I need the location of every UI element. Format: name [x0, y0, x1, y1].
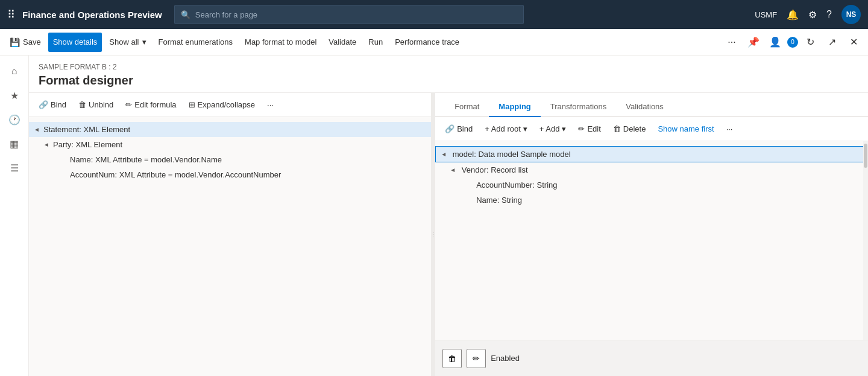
- left-tree: ◄ Statement: XML Element ◄ Party: XML El…: [29, 117, 431, 376]
- status-label: Enabled: [491, 354, 520, 363]
- save-icon: 💾: [10, 37, 20, 47]
- pencil-icon: ✏: [125, 100, 132, 109]
- search-placeholder: Search for a page: [195, 10, 257, 19]
- page-title: Format designer: [39, 74, 858, 88]
- mapping-item-accountnumber[interactable]: AccountNumber: String: [435, 177, 868, 193]
- expand-collapse-button[interactable]: ⊞ Expand/collapse: [184, 97, 260, 113]
- chevron-down-icon: ▾: [523, 124, 527, 133]
- refresh-icon[interactable]: ↻: [800, 33, 820, 52]
- left-sidebar: ⌂ ★ 🕐 ▦ ☰: [0, 56, 29, 376]
- expand-icon: ⊞: [189, 100, 195, 109]
- link-icon: 🔗: [445, 124, 454, 133]
- add-root-button[interactable]: + Add root ▾: [480, 121, 532, 138]
- tabs-bar: Format Mapping Transformations Validatio…: [435, 93, 868, 117]
- unbind-button[interactable]: 🗑 Unbind: [74, 97, 118, 113]
- personalize-icon[interactable]: 👤: [766, 33, 785, 52]
- save-button[interactable]: 💾 Save: [5, 33, 46, 52]
- scrollbar[interactable]: [863, 141, 868, 340]
- tab-mapping[interactable]: Mapping: [489, 102, 540, 117]
- sidebar-item-list[interactable]: ☰: [4, 157, 25, 179]
- close-icon[interactable]: ✕: [844, 33, 863, 52]
- mapping-item-model[interactable]: ◄ model: Data model Sample model: [435, 146, 868, 162]
- add-button[interactable]: + Add ▾: [535, 121, 571, 138]
- delete-button[interactable]: 🗑 Delete: [608, 121, 651, 138]
- left-panel: 🔗 Bind 🗑 Unbind ✏ Edit formula ⊞ Expand/…: [29, 93, 432, 376]
- notification-badge[interactable]: 0: [787, 37, 798, 48]
- trash-icon: 🗑: [613, 124, 621, 133]
- show-all-button[interactable]: Show all ▾: [104, 33, 151, 52]
- command-bar: 💾 Save Show details Show all ▾ Format en…: [0, 29, 868, 56]
- mapping-more-button[interactable]: ···: [722, 121, 738, 138]
- help-icon[interactable]: ?: [826, 9, 832, 20]
- tree-item-name[interactable]: Name: XML Attribute = model.Vendor.Name: [29, 152, 431, 167]
- link-icon: 🔗: [39, 100, 48, 109]
- edit-formula-button[interactable]: ✏ Edit formula: [121, 97, 181, 113]
- chevron-down-icon: ▾: [562, 124, 566, 133]
- mapping-bind-button[interactable]: 🔗 Bind: [440, 121, 477, 138]
- tree-item-accountnum[interactable]: AccountNum: XML Attribute = model.Vendor…: [29, 167, 431, 182]
- trash-icon: 🗑: [78, 100, 86, 109]
- company-label: USMF: [755, 10, 777, 19]
- collapse-arrow: ◄: [34, 126, 43, 133]
- delete-record-button[interactable]: 🗑: [442, 349, 462, 368]
- mapping-item-vendor[interactable]: ◄ Vendor: Record list: [435, 162, 868, 177]
- map-format-to-model-button[interactable]: Map format to model: [240, 33, 321, 52]
- mapping-tree: ◄ model: Data model Sample model ◄ Vendo…: [435, 141, 868, 340]
- pencil-icon: ✏: [578, 124, 585, 133]
- tree-item-party[interactable]: ◄ Party: XML Element: [29, 137, 431, 152]
- left-more-button[interactable]: ···: [262, 97, 278, 113]
- tab-format[interactable]: Format: [445, 102, 489, 117]
- content-area: SAMPLE FORMAT B : 2 Format designer 🔗 Bi…: [29, 56, 868, 376]
- mapping-item-name[interactable]: Name: String: [435, 193, 868, 208]
- more-button[interactable]: ···: [722, 33, 741, 52]
- tab-validations[interactable]: Validations: [616, 102, 673, 117]
- mapping-toolbar: 🔗 Bind + Add root ▾ + Add ▾ ✏ Edit: [435, 117, 868, 141]
- collapse-arrow: ◄: [43, 141, 53, 148]
- page-header: SAMPLE FORMAT B : 2 Format designer: [29, 56, 868, 93]
- sidebar-item-table[interactable]: ▦: [4, 133, 25, 155]
- edit-record-button[interactable]: ✏: [467, 349, 486, 368]
- search-icon: 🔍: [181, 10, 190, 19]
- pin-icon[interactable]: 📌: [744, 33, 763, 52]
- sidebar-item-home[interactable]: ⌂: [4, 60, 25, 82]
- run-button[interactable]: Run: [363, 33, 388, 52]
- scrollbar-thumb: [864, 144, 867, 168]
- grid-menu-icon[interactable]: ⠿: [7, 8, 15, 21]
- open-in-new-icon[interactable]: ↗: [822, 33, 841, 52]
- top-nav-right: USMF 🔔 ⚙ ? NS: [755, 5, 861, 24]
- performance-trace-button[interactable]: Performance trace: [390, 33, 464, 52]
- notification-icon[interactable]: 🔔: [787, 9, 799, 21]
- tab-transformations[interactable]: Transformations: [541, 102, 616, 117]
- sidebar-item-recent[interactable]: 🕐: [4, 109, 25, 130]
- show-details-button[interactable]: Show details: [48, 33, 102, 52]
- main-area: ⌂ ★ 🕐 ▦ ☰ SAMPLE FORMAT B : 2 Format des…: [0, 56, 868, 376]
- tree-item-statement[interactable]: ◄ Statement: XML Element: [29, 122, 431, 137]
- settings-icon[interactable]: ⚙: [808, 9, 817, 21]
- top-navigation: ⠿ Finance and Operations Preview 🔍 Searc…: [0, 0, 868, 29]
- search-bar[interactable]: 🔍 Search for a page: [174, 5, 524, 24]
- command-bar-right: ··· 📌 👤 0 ↻ ↗ ✕: [722, 33, 863, 52]
- bottom-bar: 🗑 ✏ Enabled: [435, 340, 868, 376]
- chevron-down-icon: ▾: [142, 37, 146, 46]
- left-panel-toolbar: 🔗 Bind 🗑 Unbind ✏ Edit formula ⊞ Expand/…: [29, 93, 431, 117]
- sidebar-item-favorites[interactable]: ★: [4, 84, 25, 106]
- validate-button[interactable]: Validate: [324, 33, 361, 52]
- edit-button[interactable]: ✏ Edit: [573, 121, 605, 138]
- breadcrumb: SAMPLE FORMAT B : 2: [39, 63, 858, 71]
- right-panel: Format Mapping Transformations Validatio…: [435, 93, 868, 376]
- format-enumerations-button[interactable]: Format enumerations: [154, 33, 238, 52]
- app-title: Finance and Operations Preview: [22, 10, 162, 20]
- split-panel: 🔗 Bind 🗑 Unbind ✏ Edit formula ⊞ Expand/…: [29, 93, 868, 376]
- bind-button[interactable]: 🔗 Bind: [34, 97, 71, 113]
- show-name-first-button[interactable]: Show name first: [653, 121, 719, 138]
- avatar[interactable]: NS: [841, 5, 861, 24]
